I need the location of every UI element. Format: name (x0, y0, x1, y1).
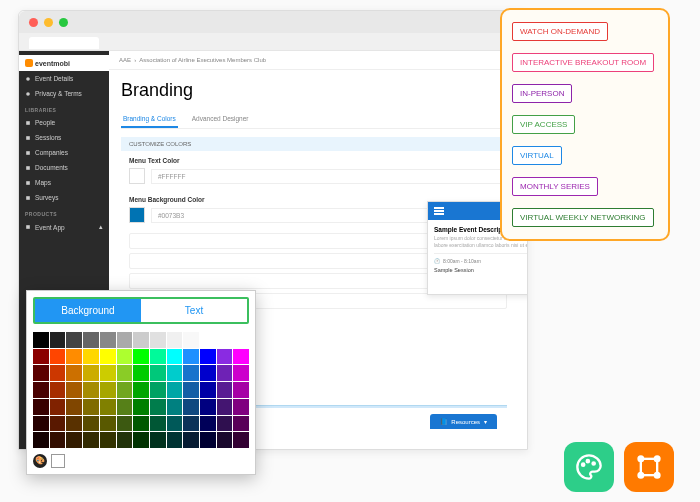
crop-action-button[interactable] (624, 442, 674, 492)
palette-cell[interactable] (233, 432, 249, 448)
palette-cell[interactable] (117, 416, 133, 432)
palette-cell[interactable] (117, 332, 133, 348)
preview-more-icon[interactable]: ⋯ (434, 276, 527, 288)
palette-cell[interactable] (183, 365, 199, 381)
palette-cell[interactable] (117, 432, 133, 448)
palette-cell[interactable] (83, 332, 99, 348)
browser-tab[interactable] (29, 37, 99, 49)
palette-cell[interactable] (200, 349, 216, 365)
palette-cell[interactable] (83, 349, 99, 365)
palette-cell[interactable] (33, 349, 49, 365)
event-tag[interactable]: MONTHLY SERIES (512, 177, 598, 196)
palette-cell[interactable] (200, 432, 216, 448)
palette-cell[interactable] (83, 432, 99, 448)
breadcrumb-event[interactable]: Association of Airline Executives Member… (139, 57, 266, 63)
swatch-menu-bg[interactable] (129, 207, 145, 223)
palette-cell[interactable] (133, 382, 149, 398)
palette-cell[interactable] (133, 349, 149, 365)
sidebar-item-sessions[interactable]: Sessions (19, 130, 109, 145)
palette-cell[interactable] (133, 399, 149, 415)
event-tag[interactable]: VIRTUAL (512, 146, 562, 165)
palette-cell[interactable] (217, 332, 233, 348)
palette-cell[interactable] (100, 399, 116, 415)
palette-cell[interactable] (66, 332, 82, 348)
swatch-menu-text[interactable] (129, 168, 145, 184)
palette-cell[interactable] (100, 365, 116, 381)
palette-action-button[interactable] (564, 442, 614, 492)
sidebar-item-documents[interactable]: Documents (19, 160, 109, 175)
palette-cell[interactable] (183, 399, 199, 415)
palette-cell[interactable] (117, 349, 133, 365)
palette-cell[interactable] (200, 332, 216, 348)
breadcrumb-org[interactable]: AAE (119, 57, 131, 63)
event-tag[interactable]: INTERACTIVE BREAKOUT ROOM (512, 53, 654, 72)
palette-cell[interactable] (100, 382, 116, 398)
palette-cell[interactable] (83, 416, 99, 432)
palette-icon[interactable]: 🎨 (33, 454, 47, 468)
resources-button[interactable]: 📘 Resources ▾ (430, 414, 497, 429)
brand-logo[interactable]: eventmobi (19, 55, 109, 71)
palette-cell[interactable] (83, 365, 99, 381)
palette-cell[interactable] (83, 399, 99, 415)
palette-cell[interactable] (217, 349, 233, 365)
picker-tab-text[interactable]: Text (141, 299, 247, 322)
sidebar-item-event-details[interactable]: Event Details (19, 71, 109, 86)
palette-cell[interactable] (33, 365, 49, 381)
palette-cell[interactable] (66, 432, 82, 448)
sidebar-item-companies[interactable]: Companies (19, 145, 109, 160)
palette-cell[interactable] (200, 382, 216, 398)
palette-cell[interactable] (200, 399, 216, 415)
palette-cell[interactable] (150, 416, 166, 432)
palette-cell[interactable] (233, 365, 249, 381)
palette-cell[interactable] (200, 416, 216, 432)
sidebar-item-people[interactable]: People (19, 115, 109, 130)
palette-cell[interactable] (33, 382, 49, 398)
input-menu-text-hex[interactable]: #FFFFFF (151, 169, 507, 184)
sidebar-item-event-app[interactable]: Event App▴ (19, 219, 109, 235)
palette-cell[interactable] (233, 349, 249, 365)
palette-cell[interactable] (217, 399, 233, 415)
event-tag[interactable]: VIRTUAL WEEKLY NETWORKING (512, 208, 654, 227)
sidebar-item-privacy[interactable]: Privacy & Terms (19, 86, 109, 101)
tab-advanced-designer[interactable]: Advanced Designer (190, 111, 251, 128)
palette-cell[interactable] (66, 349, 82, 365)
palette-cell[interactable] (233, 399, 249, 415)
palette-cell[interactable] (217, 365, 233, 381)
palette-cell[interactable] (150, 365, 166, 381)
palette-cell[interactable] (217, 416, 233, 432)
palette-cell[interactable] (50, 332, 66, 348)
palette-cell[interactable] (167, 365, 183, 381)
palette-cell[interactable] (167, 399, 183, 415)
palette-cell[interactable] (167, 382, 183, 398)
palette-cell[interactable] (33, 399, 49, 415)
minimize-window-dot[interactable] (44, 18, 53, 27)
palette-cell[interactable] (33, 416, 49, 432)
palette-cell[interactable] (50, 399, 66, 415)
palette-cell[interactable] (117, 382, 133, 398)
palette-cell[interactable] (150, 332, 166, 348)
palette-cell[interactable] (50, 349, 66, 365)
palette-cell[interactable] (233, 332, 249, 348)
palette-cell[interactable] (133, 432, 149, 448)
palette-cell[interactable] (100, 432, 116, 448)
palette-cell[interactable] (100, 416, 116, 432)
palette-cell[interactable] (167, 432, 183, 448)
maximize-window-dot[interactable] (59, 18, 68, 27)
picker-tab-background[interactable]: Background (35, 299, 141, 322)
palette-cell[interactable] (100, 332, 116, 348)
tab-branding-colors[interactable]: Branding & Colors (121, 111, 178, 128)
palette-cell[interactable] (100, 349, 116, 365)
palette-cell[interactable] (217, 382, 233, 398)
palette-cell[interactable] (117, 365, 133, 381)
palette-cell[interactable] (50, 416, 66, 432)
palette-cell[interactable] (167, 416, 183, 432)
palette-cell[interactable] (150, 432, 166, 448)
event-tag[interactable]: IN-PERSON (512, 84, 572, 103)
palette-cell[interactable] (133, 332, 149, 348)
palette-cell[interactable] (233, 382, 249, 398)
hamburger-icon[interactable] (434, 207, 444, 215)
event-tag[interactable]: WATCH ON-DEMAND (512, 22, 608, 41)
palette-cell[interactable] (183, 349, 199, 365)
palette-cell[interactable] (66, 416, 82, 432)
palette-cell[interactable] (183, 416, 199, 432)
